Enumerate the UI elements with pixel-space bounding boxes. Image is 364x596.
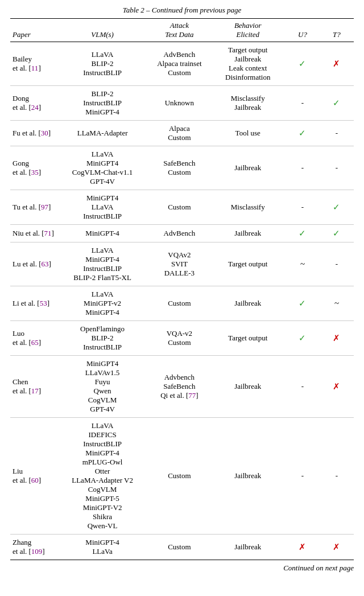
cell-behavior: Misclassify — [210, 190, 286, 225]
cell-vlm: LLaVAMiniGPT-4InstructBLIPBLIP-2 FlanT5-… — [56, 242, 148, 286]
cell-t: - — [320, 242, 354, 286]
cell-behavior: Tool use — [210, 121, 286, 146]
cell-vlm: LLaVAMiniGPT4CogVLM-Chat-v1.1GPT-4V — [56, 146, 148, 190]
table-header-row: Paper VLM(s) AttackText Data BehaviorEli… — [10, 19, 354, 42]
cell-u: ✓ — [286, 321, 320, 356]
cell-attack: Unknown — [148, 86, 210, 121]
cell-u: ✓ — [286, 225, 320, 242]
cell-paper: Chenet al. [17] — [10, 356, 56, 418]
cell-behavior: Jailbreak — [210, 225, 286, 242]
cell-paper: Donget al. [24] — [10, 86, 56, 121]
cell-t: ✗ — [320, 321, 354, 356]
cell-u: ✓ — [286, 121, 320, 146]
cell-paper: Li et al. [53] — [10, 286, 56, 321]
cell-t: ~ — [320, 286, 354, 321]
table-row: Gonget al. [35] LLaVAMiniGPT4CogVLM-Chat… — [10, 146, 354, 190]
cell-vlm: LLaVABLIP-2InstructBLIP — [56, 42, 148, 86]
cell-paper: Niu et al. [71] — [10, 225, 56, 242]
cell-paper: Liuet al. [60] — [10, 418, 56, 535]
col-header-u: U? — [286, 19, 320, 42]
cell-paper: Tu et al. [97] — [10, 190, 56, 225]
page-title: Table 2 – Continued from previous page — [10, 6, 354, 15]
cell-behavior: Jailbreak — [210, 418, 286, 535]
cell-u: ✓ — [286, 286, 320, 321]
cell-attack: VQAv2SVITDALLE-3 — [148, 242, 210, 286]
main-table: Paper VLM(s) AttackText Data BehaviorEli… — [10, 18, 354, 560]
continued-label: Continued on next page — [10, 564, 354, 573]
cell-paper: Lu et al. [63] — [10, 242, 56, 286]
cell-u: ✓ — [286, 42, 320, 86]
cell-t: ✗ — [320, 356, 354, 418]
col-header-behavior: BehaviorElicited — [210, 19, 286, 42]
cell-attack: Custom — [148, 535, 210, 560]
cell-behavior: Jailbreak — [210, 146, 286, 190]
table-row: Tu et al. [97] MiniGPT4LLaVAInstructBLIP… — [10, 190, 354, 225]
cell-t: - — [320, 146, 354, 190]
cell-t: ✓ — [320, 225, 354, 242]
cell-attack: AdvbenchSafeBenchQi et al. [77] — [148, 356, 210, 418]
cell-attack: AlpacaCustom — [148, 121, 210, 146]
cell-vlm: LLaMA-Adapter — [56, 121, 148, 146]
cell-attack: AdvBenchAlpaca trainsetCustom — [148, 42, 210, 86]
cell-behavior: Target outputJailbreakLeak contextDisinf… — [210, 42, 286, 86]
cell-paper: Fu et al. [30] — [10, 121, 56, 146]
cell-t: ✓ — [320, 190, 354, 225]
table-row: Lu et al. [63] LLaVAMiniGPT-4InstructBLI… — [10, 242, 354, 286]
cell-attack: AdvBench — [148, 225, 210, 242]
cell-paper: Zhanget al. [109] — [10, 535, 56, 560]
cell-vlm: MiniGPT-4 — [56, 225, 148, 242]
cell-attack: Custom — [148, 286, 210, 321]
table-row: Baileyet al. [11] LLaVABLIP-2InstructBLI… — [10, 42, 354, 86]
cell-vlm: MiniGPT4LLaVAv1.5FuyuQwenCogVLMGPT-4V — [56, 356, 148, 418]
cell-u: - — [286, 418, 320, 535]
cell-paper: Baileyet al. [11] — [10, 42, 56, 86]
cell-paper: Gonget al. [35] — [10, 146, 56, 190]
cell-t: - — [320, 418, 354, 535]
cell-u: - — [286, 86, 320, 121]
cell-behavior: Target output — [210, 321, 286, 356]
col-header-attack: AttackText Data — [148, 19, 210, 42]
cell-vlm: LLaVAIDEFICSInstructBLIPMiniGPT-4mPLUG-O… — [56, 418, 148, 535]
table-row: Donget al. [24] BLIP-2InstructBLIPMiniGP… — [10, 86, 354, 121]
cell-u: - — [286, 356, 320, 418]
cell-attack: Custom — [148, 418, 210, 535]
cell-vlm: OpenFlamingoBLIP-2InstructBLIP — [56, 321, 148, 356]
cell-t: - — [320, 121, 354, 146]
cell-vlm: MiniGPT-4LLaVa — [56, 535, 148, 560]
cell-behavior: MisclassifyJailbreak — [210, 86, 286, 121]
cell-attack: SafeBenchCustom — [148, 146, 210, 190]
cell-t: ✗ — [320, 535, 354, 560]
table-row: Zhanget al. [109] MiniGPT-4LLaVa Custom … — [10, 535, 354, 560]
cell-paper: Luoet al. [65] — [10, 321, 56, 356]
cell-u: - — [286, 190, 320, 225]
cell-vlm: MiniGPT4LLaVAInstructBLIP — [56, 190, 148, 225]
cell-t: ✗ — [320, 42, 354, 86]
cell-attack: Custom — [148, 190, 210, 225]
col-header-paper: Paper — [10, 19, 56, 42]
table-row: Fu et al. [30] LLaMA-Adapter AlpacaCusto… — [10, 121, 354, 146]
cell-u: - — [286, 146, 320, 190]
table-row: Luoet al. [65] OpenFlamingoBLIP-2Instruc… — [10, 321, 354, 356]
cell-u: ✗ — [286, 535, 320, 560]
table-row: Li et al. [53] LLaVAMiniGPT-v2MiniGPT-4 … — [10, 286, 354, 321]
table-row: Chenet al. [17] MiniGPT4LLaVAv1.5FuyuQwe… — [10, 356, 354, 418]
cell-behavior: Jailbreak — [210, 535, 286, 560]
cell-behavior: Jailbreak — [210, 356, 286, 418]
table-row: Liuet al. [60] LLaVAIDEFICSInstructBLIPM… — [10, 418, 354, 535]
cell-attack: VQA-v2Custom — [148, 321, 210, 356]
cell-behavior: Jailbreak — [210, 286, 286, 321]
cell-vlm: BLIP-2InstructBLIPMiniGPT-4 — [56, 86, 148, 121]
cell-t: ✓ — [320, 86, 354, 121]
cell-u: ~ — [286, 242, 320, 286]
table-row: Niu et al. [71] MiniGPT-4 AdvBench Jailb… — [10, 225, 354, 242]
col-header-vlm: VLM(s) — [56, 19, 148, 42]
cell-vlm: LLaVAMiniGPT-v2MiniGPT-4 — [56, 286, 148, 321]
col-header-t: T? — [320, 19, 354, 42]
cell-behavior: Target output — [210, 242, 286, 286]
